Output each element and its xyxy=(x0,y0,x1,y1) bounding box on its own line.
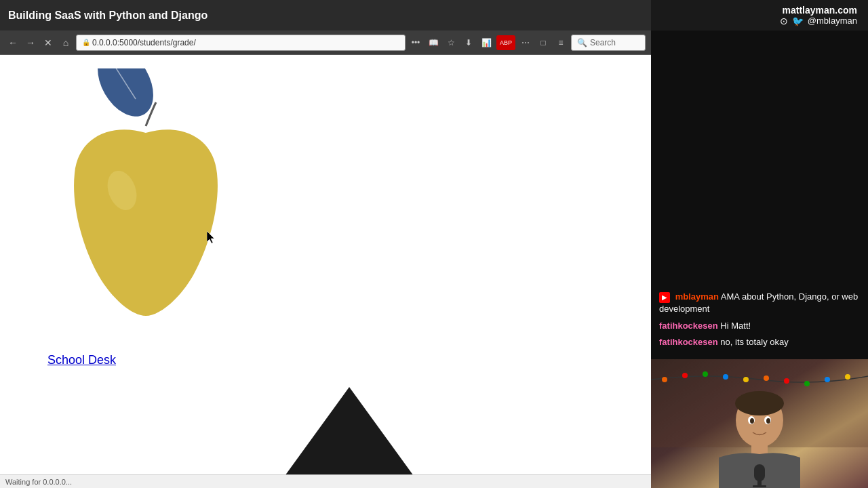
svg-point-11 xyxy=(764,375,769,381)
back-button[interactable]: ← xyxy=(5,35,20,50)
adblock-button[interactable]: ABP xyxy=(496,35,515,50)
extra-button[interactable]: ⋯ xyxy=(518,35,533,50)
reader-button[interactable]: 📖 xyxy=(426,35,441,50)
svg-point-8 xyxy=(703,371,708,377)
home-button[interactable]: ⌂ xyxy=(58,35,73,50)
svg-point-22 xyxy=(766,418,770,424)
svg-point-6 xyxy=(662,377,667,382)
twitter-icon: 🐦 xyxy=(792,16,804,26)
svg-rect-25 xyxy=(753,485,766,487)
website-label: mattlayman.com xyxy=(783,5,857,16)
svg-point-7 xyxy=(682,373,688,378)
github-icon: ⊙ xyxy=(780,16,788,26)
page-title: Building SaaS with Python and Django xyxy=(8,9,208,22)
title-bar: Building SaaS with Python and Django xyxy=(0,0,651,30)
chat-area: ▶ mblayman AMA about Python, Django, or … xyxy=(651,30,868,359)
lock-icon: 🔒 xyxy=(82,39,90,46)
social-links: ⊙ 🐦 @mblayman xyxy=(780,16,857,26)
svg-point-0 xyxy=(86,68,165,126)
chat-username-3: fatihkockesen xyxy=(659,337,718,347)
browser-toolbar: ← → ✕ ⌂ 🔒 0.0.0.0:5000/students/grade/ •… xyxy=(0,30,651,55)
chat-message-1: ▶ mblayman AMA about Python, Django, or … xyxy=(659,291,860,315)
stop-button[interactable]: ✕ xyxy=(41,35,56,50)
search-icon: 🔍 xyxy=(577,38,587,47)
right-title-area: mattlayman.com ⊙ 🐦 @mblayman xyxy=(651,0,868,30)
more-button[interactable]: ••• xyxy=(408,35,423,50)
chat-message-3: fatihkockesen no, its totaly okay xyxy=(659,336,860,348)
svg-rect-23 xyxy=(754,464,765,481)
container-button[interactable]: □ xyxy=(536,35,551,50)
forward-button[interactable]: → xyxy=(23,35,38,50)
triangle-shape xyxy=(251,387,448,488)
chat-message-2: fatihkockesen Hi Matt! xyxy=(659,320,860,332)
browser-content: School Desk Waiting for 0.0.0.0... xyxy=(0,55,651,488)
search-box[interactable]: 🔍 Search xyxy=(571,35,646,51)
svg-point-12 xyxy=(784,378,789,384)
status-bar: Waiting for 0.0.0.0... xyxy=(0,474,651,488)
live-icon: ▶ xyxy=(659,292,670,303)
webcam-area xyxy=(651,359,868,488)
svg-point-18 xyxy=(735,391,784,415)
school-desk-link[interactable]: School Desk xyxy=(47,353,116,367)
svg-point-14 xyxy=(825,377,830,382)
download-button[interactable]: ⬇ xyxy=(461,35,476,50)
svg-point-13 xyxy=(804,381,810,386)
chat-username-1: mblayman xyxy=(675,291,719,302)
twitter-handle: @mblayman xyxy=(808,16,857,26)
right-panel: ▶ mblayman AMA about Python, Django, or … xyxy=(651,30,868,488)
history-button[interactable]: 📊 xyxy=(479,35,494,50)
chat-text-2: Hi Matt! xyxy=(720,321,751,331)
bookmark-button[interactable]: ☆ xyxy=(443,35,458,50)
toolbar-actions: ••• 📖 ☆ ⬇ 📊 ABP ⋯ □ ≡ xyxy=(408,35,568,50)
svg-point-9 xyxy=(723,374,728,380)
chat-text-3: no, its totaly okay xyxy=(720,337,788,347)
menu-button[interactable]: ≡ xyxy=(553,35,568,50)
address-bar[interactable]: 🔒 0.0.0.0:5000/students/grade/ xyxy=(76,35,406,51)
address-text: 0.0.0.0:5000/students/grade/ xyxy=(92,38,196,47)
search-label: Search xyxy=(590,38,616,47)
status-text: Waiting for 0.0.0.0... xyxy=(5,478,72,486)
svg-point-21 xyxy=(750,418,754,424)
apple-image xyxy=(44,68,248,326)
svg-point-15 xyxy=(845,374,850,380)
svg-point-10 xyxy=(743,377,749,382)
chat-username-2: fatihkockesen xyxy=(659,321,718,331)
